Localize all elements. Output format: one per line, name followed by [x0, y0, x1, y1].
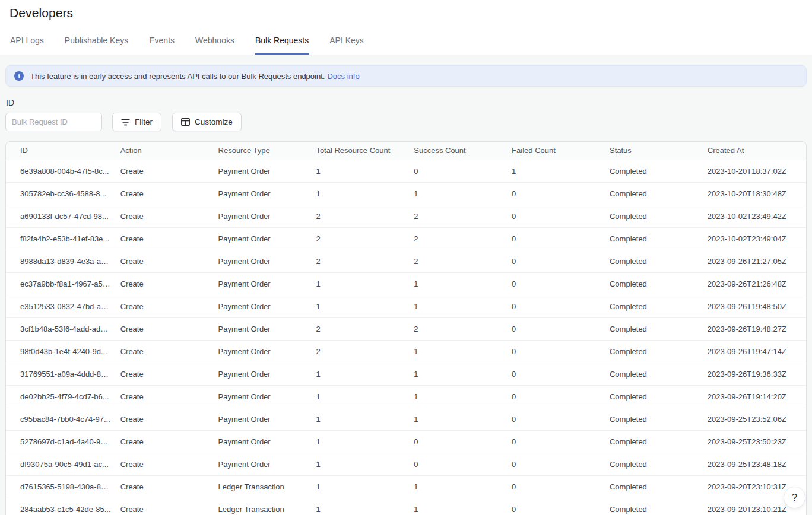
table-cell: Create [116, 385, 214, 408]
table-row[interactable]: 6e39a808-004b-47f5-8c...CreatePayment Or… [6, 160, 806, 182]
table-cell: Create [116, 408, 214, 430]
table-row[interactable]: ec37a9bb-f8a1-4967-a5a...CreatePayment O… [6, 272, 806, 295]
table-cell: ec37a9bb-f8a1-4967-a5a... [6, 272, 116, 295]
table-cell: Create [116, 430, 214, 453]
table-cell: 2 [409, 205, 507, 227]
table-cell: 305782eb-cc36-4588-8... [6, 182, 116, 205]
table-cell: 0 [507, 182, 605, 205]
table-cell: 2023-10-02T23:49:04Z [703, 227, 806, 250]
info-icon: i [14, 71, 24, 81]
table-cell: Completed [605, 317, 703, 340]
table-cell: Create [116, 453, 214, 475]
tab-events[interactable]: Events [148, 33, 175, 55]
table-cell: 1 [409, 385, 507, 408]
table-cell: 2 [311, 317, 409, 340]
table-cell: 2023-09-26T21:26:48Z [703, 272, 806, 295]
table-row[interactable]: d7615365-5198-430a-81...CreateLedger Tra… [6, 475, 806, 498]
table-cell: 0 [507, 385, 605, 408]
bulk-requests-table: IDActionResource TypeTotal Resource Coun… [5, 141, 807, 515]
table-row[interactable]: 8988da13-d839-4e3a-ac...CreatePayment Or… [6, 250, 806, 272]
tab-bulk-requests[interactable]: Bulk Requests [255, 33, 309, 55]
table-cell: 2 [409, 317, 507, 340]
table-cell: Create [116, 317, 214, 340]
table-cell: d7615365-5198-430a-81... [6, 475, 116, 498]
table-row[interactable]: 5278697d-c1ad-4a40-96...CreatePayment Or… [6, 430, 806, 453]
table-cell: Payment Order [214, 340, 312, 363]
table-cell: Create [116, 250, 214, 272]
table-cell: 0 [507, 340, 605, 363]
table-cell: 2023-09-25T23:52:06Z [703, 408, 806, 430]
help-button[interactable]: ? [784, 487, 805, 508]
column-header: Status [605, 142, 703, 160]
table-cell: Completed [605, 272, 703, 295]
table-columns-icon [181, 118, 190, 126]
table-cell: 1 [311, 385, 409, 408]
filter-button-label: Filter [135, 117, 153, 126]
table-cell: 1 [409, 498, 507, 515]
table-cell: 1 [409, 295, 507, 317]
column-header: Action [116, 142, 214, 160]
bulk-request-id-input[interactable] [5, 113, 102, 131]
table-row[interactable]: 98f0d43b-1e4f-4240-9d...CreatePayment Or… [6, 340, 806, 363]
table-row[interactable]: e3512533-0832-47bd-a3...CreatePayment Or… [6, 295, 806, 317]
table-cell: 31769551-a09a-4ddd-86... [6, 363, 116, 385]
page-title: Developers [9, 6, 803, 20]
banner-text: This feature is in early access and repr… [30, 72, 325, 81]
table-cell: Ledger Transaction [214, 475, 312, 498]
table-row[interactable]: 284aab53-c1c5-42de-85...CreateLedger Tra… [6, 498, 806, 515]
table-cell: 1 [311, 160, 409, 182]
table-cell: 2023-09-25T23:50:23Z [703, 430, 806, 453]
table-cell: Payment Order [214, 317, 312, 340]
table-cell: 1 [311, 430, 409, 453]
tab-api-logs[interactable]: API Logs [9, 33, 45, 55]
table-cell: Completed [605, 385, 703, 408]
table-row[interactable]: de02bb25-4f79-4cd7-b6...CreatePayment Or… [6, 385, 806, 408]
table-cell: 98f0d43b-1e4f-4240-9d... [6, 340, 116, 363]
table-cell: Create [116, 227, 214, 250]
table-cell: Completed [605, 408, 703, 430]
tab-api-keys[interactable]: API Keys [329, 33, 364, 55]
table-cell: 2 [409, 250, 507, 272]
table-cell: 1 [409, 182, 507, 205]
table-cell: 1 [311, 272, 409, 295]
table-cell: 0 [507, 227, 605, 250]
table-cell: 1 [311, 295, 409, 317]
table-cell: 0 [507, 430, 605, 453]
table-cell: 0 [507, 363, 605, 385]
table-cell: Completed [605, 182, 703, 205]
table-cell: Payment Order [214, 160, 312, 182]
table-row[interactable]: a690133f-dc57-47cd-98...CreatePayment Or… [6, 205, 806, 227]
table-cell: 2023-09-25T23:48:18Z [703, 453, 806, 475]
table-cell: 2 [311, 340, 409, 363]
table-cell: 1 [311, 408, 409, 430]
table-cell: 0 [507, 475, 605, 498]
table-row[interactable]: 31769551-a09a-4ddd-86...CreatePayment Or… [6, 363, 806, 385]
table-row[interactable]: c95bac84-7bb0-4c74-97...CreatePayment Or… [6, 408, 806, 430]
filter-button[interactable]: Filter [112, 113, 161, 131]
table-cell: 1 [409, 475, 507, 498]
table-row[interactable]: 3cf1b48a-53f6-4add-ad0...CreatePayment O… [6, 317, 806, 340]
table-cell: Completed [605, 227, 703, 250]
table-cell: 0 [409, 160, 507, 182]
table-cell: Completed [605, 340, 703, 363]
table-cell: Payment Order [214, 453, 312, 475]
table-cell: 2023-09-26T19:48:50Z [703, 295, 806, 317]
table-cell: 2023-10-20T18:30:48Z [703, 182, 806, 205]
table-cell: Create [116, 475, 214, 498]
docs-info-link[interactable]: Docs info [327, 72, 359, 81]
tab-bar: API LogsPublishable KeysEventsWebhooksBu… [9, 33, 803, 55]
table-cell: 0 [507, 205, 605, 227]
table-cell: 1 [409, 340, 507, 363]
table-row[interactable]: df93075a-90c5-49d1-ac...CreatePayment Or… [6, 453, 806, 475]
tab-webhooks[interactable]: Webhooks [195, 33, 235, 55]
table-cell: Payment Order [214, 295, 312, 317]
customize-button-label: Customize [195, 117, 233, 126]
table-cell: 0 [507, 295, 605, 317]
table-cell: Create [116, 272, 214, 295]
table-cell: Payment Order [214, 205, 312, 227]
table-row[interactable]: 305782eb-cc36-4588-8...CreatePayment Ord… [6, 182, 806, 205]
customize-button[interactable]: Customize [172, 113, 242, 131]
table-row[interactable]: f82fa4b2-e53b-41ef-83e...CreatePayment O… [6, 227, 806, 250]
tab-publishable-keys[interactable]: Publishable Keys [64, 33, 129, 55]
table-cell: 2023-09-26T19:36:33Z [703, 363, 806, 385]
